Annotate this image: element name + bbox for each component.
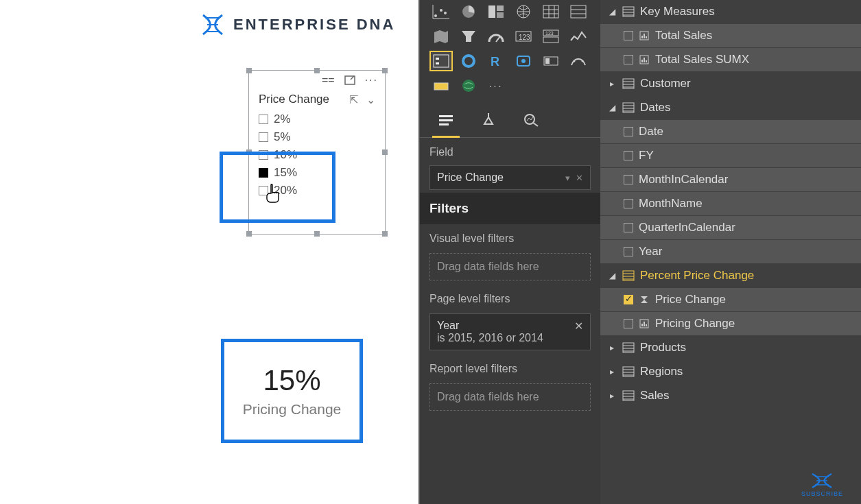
slicer-option[interactable]: 20% [257,182,377,200]
viz-pie-icon[interactable] [457,1,480,22]
viz-scatter-icon[interactable] [429,1,453,22]
resize-handle[interactable] [246,231,252,237]
checkbox-checked-icon[interactable] [259,168,268,178]
slicer-option-label: 20% [274,184,297,197]
viz-table-icon[interactable] [567,1,590,22]
expand-icon[interactable]: ▸ [607,391,617,400]
visual-filters-dropzone[interactable]: Drag data fields here [429,253,591,280]
collapse-icon[interactable]: ◢ [607,103,617,112]
card-visual[interactable]: 15% Pricing Change [221,339,363,443]
slicer-option[interactable]: 5% [257,128,377,146]
collapse-icon[interactable]: ◢ [607,7,617,16]
viz-funnel-icon[interactable] [457,26,480,47]
slicer-option[interactable]: 15% [257,164,377,182]
field-item-label: MonthName [639,197,854,211]
viz-custom4-icon[interactable] [429,75,453,96]
field-checkbox[interactable] [624,247,633,256]
report-canvas[interactable]: ENTERPRISE DNA == ··· Price Change ⇱ ⌄ 2… [0,0,418,504]
collapse-icon[interactable]: ◢ [607,271,617,280]
fields-tab[interactable] [435,107,457,137]
viz-custom2-icon[interactable] [539,51,563,71]
analytics-tab[interactable] [520,107,542,137]
field-table-products[interactable]: ▸ Products [600,336,861,360]
resize-handle[interactable] [246,149,252,155]
field-item[interactable]: Pricing Change [600,312,861,336]
field-item[interactable]: Date [600,120,861,144]
checkbox-icon[interactable] [259,115,268,124]
field-checkbox[interactable] [624,175,633,184]
field-checkbox[interactable] [624,31,633,40]
field-table-customer[interactable]: ▸ Customer [600,72,861,96]
svg-rect-52 [641,324,643,326]
sigma-icon [639,294,650,305]
svg-rect-53 [644,322,645,326]
field-checkbox[interactable] [624,55,633,64]
field-checkbox-checked[interactable] [624,295,633,304]
viz-multirow-icon[interactable]: 123 [539,26,563,47]
chevron-down-icon[interactable]: ▾ [565,173,570,183]
field-table-keymeasures[interactable]: ◢ Key Measures [600,0,861,24]
expand-icon[interactable]: ▸ [607,367,617,376]
resize-handle[interactable] [382,149,388,155]
viz-arcgis-icon[interactable] [457,75,480,96]
drag-handle-icon[interactable]: == [322,74,335,86]
resize-handle[interactable] [382,68,388,73]
field-checkbox[interactable] [624,319,633,328]
format-tab[interactable] [477,107,499,137]
table-icon [622,102,635,113]
field-well[interactable]: Price Change ▾ ✕ [429,165,591,190]
remove-filter-icon[interactable]: ✕ [574,320,583,333]
viz-filledmap-icon[interactable] [429,26,453,47]
field-table-percentpricechange[interactable]: ◢ Percent Price Change [600,264,861,288]
chevron-down-icon[interactable]: ⌄ [366,93,375,106]
field-item[interactable]: Price Change [600,288,861,312]
clear-selection-icon[interactable]: ⇱ [349,93,358,106]
slicer-visual[interactable]: == ··· Price Change ⇱ ⌄ 2% 5% 10% 15% 20… [248,70,386,235]
field-checkbox[interactable] [624,127,633,136]
viz-kpi-icon[interactable] [567,26,590,47]
resize-handle[interactable] [314,68,320,73]
viz-custom1-icon[interactable] [512,51,535,71]
viz-matrix-icon[interactable] [539,1,563,22]
checkbox-icon[interactable] [259,150,268,160]
field-item[interactable]: MonthName [600,192,861,216]
resize-handle[interactable] [314,231,320,237]
expand-icon[interactable]: ▸ [607,79,617,88]
slicer-option[interactable]: 2% [257,110,377,128]
viz-gauge-icon[interactable] [484,26,508,47]
measure-icon [639,318,650,329]
focus-mode-icon[interactable] [344,75,355,85]
expand-icon[interactable]: ▸ [607,343,617,352]
field-checkbox[interactable] [624,223,633,232]
remove-field-icon[interactable]: ✕ [576,173,583,183]
field-checkbox[interactable] [624,199,633,208]
field-item[interactable]: Total Sales [600,24,861,48]
viz-r-icon[interactable]: R [484,51,508,71]
resize-handle[interactable] [382,231,388,237]
viz-more-icon[interactable]: ··· [484,75,508,96]
field-table-regions[interactable]: ▸ Regions [600,360,861,384]
more-options-icon[interactable]: ··· [365,74,378,86]
viz-map-icon[interactable] [512,1,535,22]
field-item[interactable]: FY [600,144,861,168]
field-item[interactable]: QuarterInCalendar [600,216,861,240]
field-item[interactable]: Year [600,240,861,264]
field-item[interactable]: Total Sales SUMX [600,48,861,72]
report-filters-dropzone[interactable]: Drag data fields here [429,383,591,411]
field-table-sales[interactable]: ▸ Sales [600,384,861,408]
resize-handle[interactable] [246,68,252,73]
viz-slicer-icon[interactable] [429,51,453,71]
subscribe-badge[interactable]: SUBSCRIBE [801,471,843,497]
field-table-dates[interactable]: ◢ Dates [600,96,861,120]
field-checkbox[interactable] [624,151,633,160]
checkbox-icon[interactable] [259,132,268,142]
viz-donut-icon[interactable] [457,51,480,71]
viz-custom3-icon[interactable] [567,51,590,71]
field-item-label: QuarterInCalendar [639,221,854,235]
viz-treemap-icon[interactable] [484,1,508,22]
field-item[interactable]: MonthInCalendar [600,168,861,192]
viz-card-icon[interactable]: 123 [512,26,535,47]
checkbox-icon[interactable] [259,186,268,195]
page-filter-chip[interactable]: Year is 2015, 2016 or 2014 ✕ [429,313,591,350]
slicer-option[interactable]: 10% [257,146,377,164]
